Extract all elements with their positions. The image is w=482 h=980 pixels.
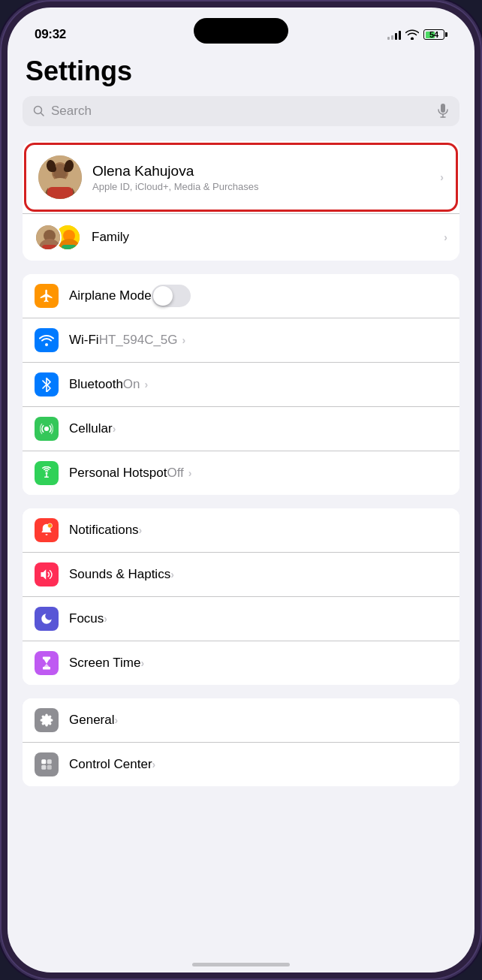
general-group: General › Control Ce [23, 698, 459, 786]
battery-percent: 54 [429, 30, 438, 39]
bluetooth-icon [35, 372, 59, 397]
cellular-right: › [113, 423, 116, 435]
bell-icon-svg [40, 523, 53, 538]
focus-right: › [104, 613, 107, 625]
airplane-mode-item[interactable]: Airplane Mode [23, 274, 459, 318]
svg-rect-22 [62, 245, 77, 251]
notifications-right: › [139, 524, 143, 536]
sounds-item[interactable]: Sounds & Haptics › [23, 553, 459, 597]
content-area: Settings Search [8, 48, 474, 947]
svg-rect-1 [441, 104, 445, 113]
avatar-image [38, 155, 82, 199]
sounds-icon-svg [40, 568, 53, 581]
svg-rect-31 [41, 759, 46, 764]
sounds-icon [35, 562, 59, 586]
family-avatar-1 [35, 224, 62, 251]
general-icon [35, 708, 59, 732]
notifications-group: Notifications › Sounds & Haptics [23, 508, 459, 685]
profile-group: Olena Kahujova Apple ID, iCloud+, Media … [23, 141, 459, 261]
focus-item[interactable]: Focus › [23, 597, 459, 641]
bluetooth-label: Bluetooth [69, 377, 123, 392]
cellular-label: Cellular [69, 421, 113, 436]
wifi-chevron: › [182, 334, 186, 346]
hotspot-icon-svg [40, 466, 53, 480]
hotspot-label: Personal Hotspot [69, 466, 167, 481]
wifi-value: HT_594C_5G [99, 333, 178, 348]
control-center-label: Control Center [69, 757, 152, 772]
bluetooth-icon-svg [41, 377, 52, 392]
hotspot-item[interactable]: Personal Hotspot Off › [23, 451, 459, 495]
wifi-item[interactable]: Wi-Fi HT_594C_5G › [23, 318, 459, 363]
control-center-right: › [152, 758, 156, 770]
family-label: Family [92, 230, 444, 245]
focus-chevron: › [104, 613, 107, 625]
profile-info: Olena Kahujova Apple ID, iCloud+, Media … [92, 163, 440, 192]
svg-rect-30 [43, 667, 50, 670]
svg-rect-12 [47, 187, 73, 199]
status-time: 09:32 [35, 27, 66, 42]
search-icon [33, 105, 45, 117]
sounds-chevron: › [170, 568, 174, 580]
airplane-mode-right [152, 285, 191, 307]
screen-time-item[interactable]: Screen Time › [23, 641, 459, 685]
family-row[interactable]: Family › [23, 213, 459, 261]
screen-time-right: › [140, 657, 144, 669]
signal-bar-1 [387, 37, 390, 40]
control-center-chevron: › [152, 758, 156, 770]
profile-name: Olena Kahujova [92, 163, 440, 179]
focus-icon [35, 607, 59, 631]
phone-screen: 09:32 54 [8, 8, 474, 972]
profile-subtitle: Apple ID, iCloud+, Media & Purchases [92, 181, 440, 192]
cellular-icon [35, 417, 59, 441]
bluetooth-item[interactable]: Bluetooth On › [23, 363, 459, 407]
signal-icon [387, 29, 401, 40]
svg-point-27 [48, 523, 53, 528]
svg-rect-18 [42, 245, 57, 251]
svg-marker-28 [41, 569, 47, 580]
bluetooth-chevron: › [145, 378, 149, 390]
page-title: Settings [23, 56, 459, 87]
control-center-item[interactable]: Control Center › [23, 743, 459, 786]
hotspot-right: Off › [167, 466, 191, 481]
home-indicator [8, 947, 474, 972]
airplane-mode-toggle[interactable] [152, 285, 191, 307]
toggle-knob [153, 286, 173, 306]
signal-bar-4 [399, 31, 401, 40]
battery-icon: 54 [423, 29, 447, 40]
hotspot-icon [35, 461, 59, 485]
network-group: Airplane Mode [23, 274, 459, 495]
avatar [38, 155, 82, 199]
wifi-icon [405, 29, 419, 40]
home-bar [192, 963, 290, 966]
focus-label: Focus [69, 611, 104, 626]
sounds-label: Sounds & Haptics [69, 567, 170, 582]
profile-container: Olena Kahujova Apple ID, iCloud+, Media … [23, 141, 459, 261]
cellular-item[interactable]: Cellular › [23, 407, 459, 451]
notifications-icon [35, 518, 59, 542]
notifications-item[interactable]: Notifications › [23, 508, 459, 553]
phone-frame: 09:32 54 [0, 0, 482, 980]
family-avatars [35, 224, 81, 251]
wifi-label: Wi-Fi [69, 333, 99, 348]
svg-rect-34 [47, 765, 52, 770]
signal-bar-3 [395, 33, 397, 40]
sounds-right: › [170, 568, 174, 580]
dynamic-island [194, 18, 288, 44]
wifi-item-icon [35, 328, 59, 352]
screen-time-label: Screen Time [69, 656, 140, 671]
microphone-icon [437, 104, 449, 119]
signal-bar-2 [391, 35, 393, 40]
general-item[interactable]: General › [23, 698, 459, 743]
cellular-chevron: › [113, 423, 116, 435]
search-bar[interactable]: Search [23, 96, 459, 126]
svg-rect-29 [43, 656, 50, 659]
family-chevron: › [444, 231, 447, 243]
general-chevron: › [114, 714, 118, 726]
screen-time-icon [35, 651, 59, 675]
svg-rect-32 [47, 759, 52, 764]
profile-row[interactable]: Olena Kahujova Apple ID, iCloud+, Media … [24, 143, 458, 212]
general-right: › [114, 714, 118, 726]
bluetooth-value: On [123, 377, 140, 392]
status-icons: 54 [387, 29, 447, 40]
screen-time-chevron: › [140, 657, 144, 669]
